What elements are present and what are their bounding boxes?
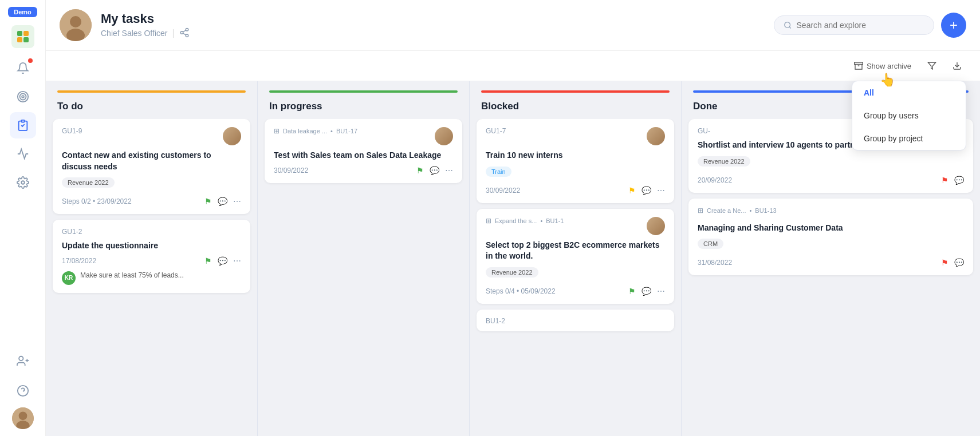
svg-point-8 bbox=[21, 181, 25, 184]
column-done-cards: GU- Shortlist and interview 10 agents to… bbox=[682, 119, 980, 436]
card-avatar bbox=[223, 127, 241, 145]
table-icon: ⊞ bbox=[274, 127, 280, 135]
card-id: GU1-7 bbox=[486, 127, 506, 135]
comment-icon[interactable]: 💬 bbox=[954, 258, 964, 267]
column-in-progress-header: In progress bbox=[258, 81, 469, 119]
sidebar-item-goals[interactable] bbox=[10, 84, 36, 110]
comment-icon[interactable]: 💬 bbox=[954, 176, 964, 185]
card-footer: 31/08/2022 ⚑ 💬 bbox=[698, 258, 964, 267]
flag-icon[interactable]: ⚑ bbox=[941, 176, 948, 185]
card-bu1-1[interactable]: ⊞ Expand the s... • BU1-1 Select top 2 b… bbox=[477, 209, 674, 304]
sidebar-item-analytics[interactable] bbox=[10, 141, 36, 167]
sidebar-item-tasks[interactable] bbox=[10, 112, 36, 138]
comment-icon[interactable]: 💬 bbox=[641, 287, 651, 296]
column-in-progress-title: In progress bbox=[269, 101, 458, 112]
sidebar-item-notifications[interactable] bbox=[10, 55, 36, 81]
flag-icon[interactable]: ⚑ bbox=[628, 287, 636, 296]
header-subtitle: Chief Sales Officer | bbox=[101, 27, 190, 39]
comment-icon[interactable]: 💬 bbox=[641, 186, 651, 195]
svg-rect-0 bbox=[17, 31, 22, 36]
chart-icon bbox=[17, 148, 29, 160]
page-title: My tasks bbox=[101, 11, 190, 26]
flag-icon[interactable]: ⚑ bbox=[416, 166, 424, 175]
add-button[interactable]: + bbox=[941, 13, 966, 38]
card-title: Contact new and existing customers to di… bbox=[62, 150, 241, 172]
svg-line-24 bbox=[183, 30, 186, 31]
card-actions: ⚑ 💬 ⋯ bbox=[204, 256, 241, 265]
card-title: Select top 2 biggest B2C ecommerce marke… bbox=[486, 240, 665, 262]
dropdown-item-group-users[interactable]: Group by users bbox=[852, 104, 966, 127]
card-date: Steps 0/2 • 23/09/2022 bbox=[62, 197, 132, 205]
card-tag: Train bbox=[486, 167, 511, 177]
sidebar-item-help[interactable] bbox=[10, 378, 36, 404]
column-blocked-header: Blocked bbox=[470, 81, 681, 119]
more-icon[interactable]: ⋯ bbox=[657, 287, 665, 296]
user-avatar[interactable] bbox=[12, 407, 34, 429]
kanban-board: To do GU1-9 Contact new and existing cus… bbox=[46, 81, 980, 436]
sidebar-item-settings[interactable] bbox=[10, 169, 36, 196]
card-title: Test with Sales team on Sales Data Leaka… bbox=[274, 150, 453, 161]
flag-icon[interactable]: ⚑ bbox=[941, 258, 948, 267]
card-gu1-7[interactable]: GU1-7 Train 10 new interns Train 30/09/2… bbox=[477, 119, 674, 203]
card-title: Train 10 new interns bbox=[486, 150, 665, 161]
gear-icon bbox=[17, 176, 29, 189]
svg-point-9 bbox=[19, 356, 23, 360]
card-date: Steps 0/4 • 05/09/2022 bbox=[486, 287, 556, 295]
group-dropdown: All Group by users Group by project bbox=[852, 81, 966, 150]
share-icon[interactable] bbox=[179, 27, 190, 39]
svg-rect-2 bbox=[17, 37, 22, 42]
notification-dot bbox=[28, 58, 33, 63]
header: My tasks Chief Sales Officer | bbox=[46, 0, 980, 51]
card-id: BU1-2 bbox=[486, 317, 505, 325]
card-bu1-17[interactable]: ⊞ Data leakage ... • BU1-17 Test with Sa… bbox=[265, 119, 462, 183]
dropdown-item-all[interactable]: All bbox=[852, 81, 966, 104]
filter-button[interactable] bbox=[923, 57, 941, 75]
card-gu1-2[interactable]: GU1-2 Update the questionnaire 17/08/202… bbox=[53, 220, 250, 293]
card-avatar bbox=[647, 127, 665, 145]
header-left: My tasks Chief Sales Officer | bbox=[60, 9, 190, 41]
card-date: 30/09/2022 bbox=[274, 167, 308, 175]
flag-icon[interactable]: ⚑ bbox=[204, 256, 212, 265]
more-icon[interactable]: ⋯ bbox=[445, 166, 453, 175]
app-logo bbox=[11, 25, 34, 48]
dropdown-item-group-project[interactable]: Group by project bbox=[852, 127, 966, 150]
filter-icon bbox=[927, 61, 936, 70]
card-id: GU- bbox=[698, 127, 710, 135]
card-date: 20/09/2022 bbox=[698, 176, 732, 184]
column-todo-cards: GU1-9 Contact new and existing customers… bbox=[46, 119, 257, 436]
card-footer: 17/08/2022 ⚑ 💬 ⋯ bbox=[62, 256, 241, 265]
more-icon[interactable]: ⋯ bbox=[233, 197, 241, 206]
toolbar: Show archive All Group by users Group by bbox=[46, 51, 980, 81]
comment-icon[interactable]: 💬 bbox=[218, 256, 227, 265]
card-gu1-9[interactable]: GU1-9 Contact new and existing customers… bbox=[53, 119, 250, 214]
kr-text: Make sure at least 75% of leads... bbox=[80, 271, 184, 279]
search-input[interactable] bbox=[797, 21, 924, 30]
column-todo: To do GU1-9 Contact new and existing cus… bbox=[46, 81, 258, 436]
column-todo-header: To do bbox=[46, 81, 257, 119]
card-done-2[interactable]: ⊞ Create a Ne... • BU1-13 Managing and S… bbox=[688, 199, 973, 276]
table-icon: ⊞ bbox=[698, 207, 703, 215]
more-icon[interactable]: ⋯ bbox=[233, 256, 241, 265]
download-button[interactable] bbox=[948, 57, 966, 75]
sidebar: Demo bbox=[0, 0, 46, 436]
demo-badge[interactable]: Demo bbox=[8, 7, 37, 17]
flag-icon[interactable]: ⚑ bbox=[204, 197, 212, 206]
svg-point-6 bbox=[22, 96, 24, 98]
flag-icon[interactable]: ⚑ bbox=[628, 186, 636, 195]
show-archive-button[interactable]: Show archive bbox=[849, 59, 916, 73]
card-id: GU1-9 bbox=[62, 127, 82, 135]
card-footer: 30/09/2022 ⚑ 💬 ⋯ bbox=[486, 186, 665, 195]
sidebar-item-add-user[interactable] bbox=[10, 348, 36, 374]
svg-rect-7 bbox=[21, 120, 25, 122]
card-bu1-2-partial[interactable]: BU1-2 bbox=[477, 310, 674, 331]
card-actions: ⚑ 💬 ⋯ bbox=[628, 287, 665, 296]
svg-line-23 bbox=[183, 33, 186, 35]
comment-icon[interactable]: 💬 bbox=[218, 197, 227, 206]
more-icon[interactable]: ⋯ bbox=[657, 186, 665, 195]
comment-icon[interactable]: 💬 bbox=[430, 166, 439, 175]
svg-point-15 bbox=[18, 411, 27, 420]
column-blocked-bar bbox=[481, 90, 670, 93]
card-date: 17/08/2022 bbox=[62, 257, 96, 265]
main-content: My tasks Chief Sales Officer | bbox=[46, 0, 980, 436]
search-bar[interactable] bbox=[774, 15, 934, 35]
